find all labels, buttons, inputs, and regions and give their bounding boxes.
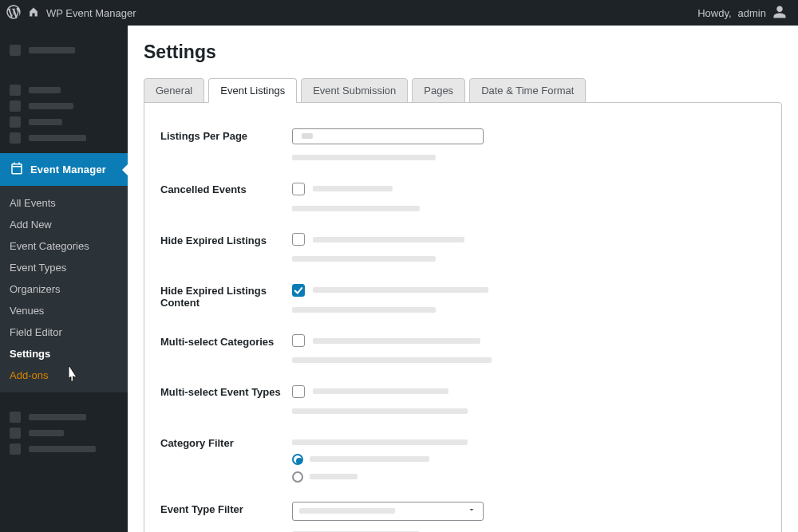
category-filter-radio-1[interactable] xyxy=(292,454,303,465)
label-ms-categories: Multi-select Categories xyxy=(160,334,292,348)
listings-per-page-input[interactable] xyxy=(292,128,484,144)
label-hide-expired: Hide Expired Listings xyxy=(160,233,292,246)
submenu-all-events[interactable]: All Events xyxy=(0,192,128,214)
tab-event-submission[interactable]: Event Submission xyxy=(301,78,408,103)
sidebar-active-label: Event Manager xyxy=(30,164,106,175)
wordpress-icon[interactable] xyxy=(6,5,21,22)
tab-datetime[interactable]: Date & Time Format xyxy=(469,78,586,103)
chevron-down-icon xyxy=(467,505,476,517)
settings-panel: Listings Per Page Cancelled Events Hide … xyxy=(144,102,782,532)
cancelled-events-checkbox[interactable] xyxy=(292,183,305,195)
calendar-icon xyxy=(10,161,24,178)
account-menu[interactable]: Howdy, admin xyxy=(697,5,792,22)
tab-pages[interactable]: Pages xyxy=(412,78,465,103)
label-category-filter: Category Filter xyxy=(160,435,292,449)
sidebar-item-event-manager[interactable]: Event Manager xyxy=(0,153,128,186)
ms-categories-checkbox[interactable] xyxy=(292,334,305,347)
tab-general[interactable]: General xyxy=(144,78,204,103)
site-title[interactable]: WP Event Manager xyxy=(46,7,136,19)
label-event-type-filter: Event Type Filter xyxy=(160,502,292,515)
admin-bar: WP Event Manager Howdy, admin xyxy=(0,0,798,26)
submenu-addons[interactable]: Add-ons xyxy=(0,365,128,386)
submenu-settings[interactable]: Settings xyxy=(0,343,128,365)
category-filter-radio-2[interactable] xyxy=(292,471,303,483)
page-title: Settings xyxy=(144,41,782,63)
event-type-filter-select[interactable] xyxy=(292,502,484,521)
home-icon[interactable] xyxy=(27,6,40,21)
submenu-add-new[interactable]: Add New xyxy=(0,214,128,235)
label-listings-per-page: Listings Per Page xyxy=(160,128,292,142)
submenu-field-editor[interactable]: Field Editor xyxy=(0,321,128,343)
hide-expired-checkbox[interactable] xyxy=(292,233,305,246)
admin-sidebar: Event Manager All Events Add New Event C… xyxy=(0,26,128,532)
hide-expired-content-checkbox[interactable] xyxy=(292,284,305,297)
settings-tabs: General Event Listings Event Submission … xyxy=(144,77,782,102)
label-cancelled-events: Cancelled Events xyxy=(160,182,292,195)
label-ms-types: Multi-select Event Types xyxy=(160,384,292,398)
sidebar-submenu: All Events Add New Event Categories Even… xyxy=(0,186,128,392)
content-area: Settings General Event Listings Event Su… xyxy=(128,26,798,532)
submenu-event-types[interactable]: Event Types xyxy=(0,257,128,278)
username-text: admin xyxy=(738,7,766,19)
tab-event-listings[interactable]: Event Listings xyxy=(208,78,297,103)
submenu-organizers[interactable]: Organizers xyxy=(0,278,128,300)
submenu-event-categories[interactable]: Event Categories xyxy=(0,235,128,257)
user-icon xyxy=(772,5,787,22)
label-hide-expired-content: Hide Expired Listings Content xyxy=(160,283,292,309)
submenu-venues[interactable]: Venues xyxy=(0,300,128,321)
ms-types-checkbox[interactable] xyxy=(292,385,305,398)
howdy-text: Howdy, xyxy=(697,7,731,19)
